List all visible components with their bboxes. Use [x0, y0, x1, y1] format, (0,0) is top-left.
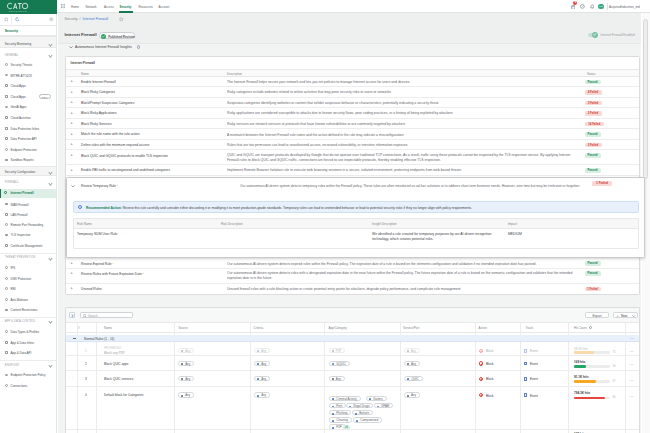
svg-text:NETWORKS: NETWORKS — [9, 10, 27, 12]
